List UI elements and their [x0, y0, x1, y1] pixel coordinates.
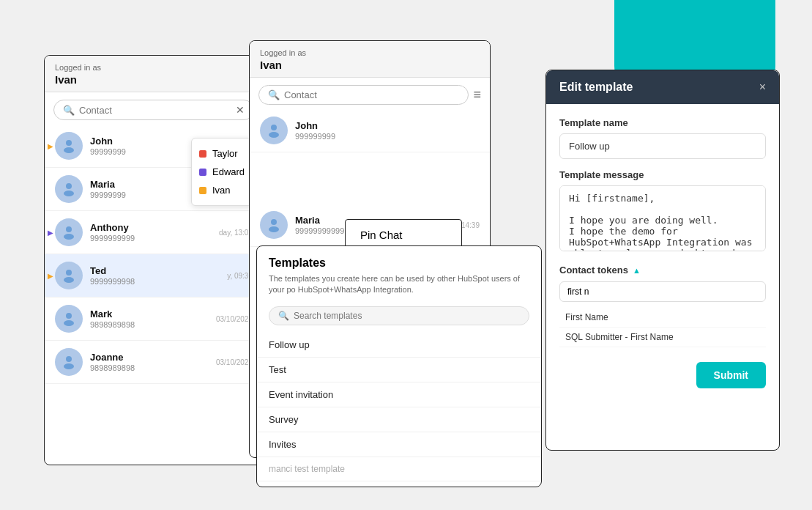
- avatar: [260, 117, 288, 144]
- token-option-first-name[interactable]: First Name: [559, 308, 766, 328]
- svg-point-10: [66, 356, 72, 362]
- avatar: [260, 211, 288, 239]
- pin-indicator: ▶: [48, 272, 53, 280]
- templates-search-bar[interactable]: 🔍: [269, 306, 529, 325]
- svg-point-1: [64, 147, 74, 153]
- close-icon[interactable]: ✕: [236, 104, 245, 116]
- contact-phone: 9999999998: [90, 277, 220, 286]
- pin-indicator: ▶: [48, 229, 53, 237]
- filter-icon[interactable]: ≡: [473, 87, 481, 103]
- avatar: [55, 348, 83, 376]
- svg-point-12: [271, 125, 277, 130]
- contact-tokens-title: Contact tokens ▲: [559, 265, 766, 276]
- avatar: [55, 262, 83, 289]
- template-name-input[interactable]: [559, 133, 766, 159]
- label-name-edward: Edward: [212, 166, 245, 177]
- contact-info: Anthony 9999999999: [90, 222, 212, 243]
- templates-header: Templates The templates you create here …: [257, 246, 541, 299]
- svg-point-15: [269, 226, 279, 232]
- avatar: [55, 305, 83, 333]
- contact-phone: 9898989898: [90, 320, 209, 329]
- contact-list-mid: John 999999999 Pin Chat Assign Label Mar…: [250, 109, 490, 247]
- close-button[interactable]: ×: [759, 81, 766, 94]
- contact-time: 03/10/2024: [216, 315, 253, 323]
- contact-name: Anthony: [90, 222, 212, 233]
- list-item[interactable]: John 999999999: [250, 109, 490, 152]
- pin-chat-popup: Pin Chat Assign Label: [345, 219, 462, 247]
- edit-template-title: Edit template: [559, 81, 633, 94]
- list-item[interactable]: Mark 9898989898 03/10/2024: [45, 298, 263, 341]
- templates-description: The templates you create here can be use…: [269, 273, 529, 296]
- list-item[interactable]: Test: [257, 358, 541, 382]
- submit-button[interactable]: Submit: [696, 362, 766, 388]
- list-item[interactable]: Invites: [257, 432, 541, 457]
- contact-phone: 9999999999: [90, 234, 212, 243]
- search-icon: 🔍: [63, 105, 75, 116]
- panel-contacts-left: Logged in as Ivan 🔍 ✕ ▶ John 99999999 Ta…: [44, 55, 264, 465]
- user-name-left: Ivan: [55, 73, 253, 86]
- avatar: [55, 218, 83, 246]
- search-bar-mid[interactable]: 🔍: [258, 85, 469, 105]
- list-item[interactable]: ▶ Anthony 9999999999 day, 13:08: [45, 211, 263, 254]
- search-input-left[interactable]: [79, 105, 231, 116]
- avatar: [55, 175, 83, 203]
- token-option-sql-first-name[interactable]: SQL Submitter - First Name: [559, 328, 766, 347]
- label-name-taylor: Taylor: [212, 148, 238, 159]
- edit-template-body: Template name Template message Hi [first…: [546, 104, 779, 402]
- svg-point-14: [271, 219, 277, 225]
- contact-phone: 999999999: [295, 132, 480, 141]
- panel-left-header: Logged in as Ivan: [45, 56, 263, 92]
- token-search-input[interactable]: [559, 281, 766, 302]
- template-name-label: Template name: [559, 117, 766, 128]
- search-icon-mid: 🔍: [268, 89, 280, 100]
- svg-point-11: [64, 363, 74, 369]
- list-item[interactable]: Survey: [257, 407, 541, 432]
- list-item[interactable]: ▶ Ted 9999999998 y, 09:30: [45, 254, 263, 298]
- panel-mid-header: Logged in as Ivan: [250, 41, 490, 78]
- pin-chat-option[interactable]: Pin Chat: [346, 220, 461, 247]
- contact-time: 03/10/2024: [216, 358, 253, 366]
- templates-search-input[interactable]: [294, 311, 520, 321]
- list-item[interactable]: Follow up: [257, 333, 541, 358]
- svg-point-7: [64, 277, 74, 283]
- contact-list-left: ▶ John 99999999 Taylor Edward: [45, 125, 263, 384]
- template-list: Follow up Test Event invitation Survey I…: [257, 333, 541, 481]
- pin-indicator: ▶: [48, 142, 53, 150]
- contact-name: John: [295, 120, 480, 131]
- list-item[interactable]: manci test template: [257, 457, 541, 481]
- edit-template-header: Edit template ×: [546, 70, 779, 104]
- contact-tokens-section: Contact tokens ▲ First Name SQL Submitte…: [559, 265, 766, 347]
- svg-point-6: [66, 270, 72, 276]
- template-message-textarea[interactable]: Hi [firstname], I hope you are doing wel…: [559, 185, 766, 251]
- search-icon-templates: 🔍: [278, 311, 289, 321]
- submit-row: Submit: [559, 356, 766, 388]
- label-dot-ivan: [199, 187, 206, 194]
- contact-time: day, 13:08: [219, 229, 253, 237]
- template-message-label: Template message: [559, 169, 766, 180]
- logged-as-label-mid: Logged in as: [260, 48, 480, 57]
- svg-point-2: [66, 183, 72, 189]
- label-name-ivan: Ivan: [212, 185, 231, 196]
- contact-phone: 9898989898: [90, 363, 209, 372]
- search-input-mid[interactable]: [284, 89, 459, 100]
- contact-name: Joanne: [90, 352, 209, 363]
- svg-point-0: [66, 140, 72, 146]
- svg-point-5: [64, 234, 74, 240]
- contact-info: Mark 9898989898: [90, 308, 209, 329]
- contact-tokens-label: Contact tokens: [559, 265, 628, 276]
- panel-templates: Templates The templates you create here …: [256, 245, 542, 487]
- search-bar-left[interactable]: 🔍 ✕: [53, 100, 254, 120]
- panel-edit-template: Edit template × Template name Template m…: [545, 70, 780, 451]
- contact-name: Mark: [90, 308, 209, 319]
- templates-title: Templates: [269, 256, 529, 270]
- logged-as-label: Logged in as: [55, 63, 253, 72]
- svg-point-3: [64, 191, 74, 196]
- list-item[interactable]: Joanne 9898989898 03/10/2024: [45, 341, 263, 384]
- list-item[interactable]: Event invitation: [257, 382, 541, 407]
- contact-name: Ted: [90, 265, 220, 276]
- contact-info: Joanne 9898989898: [90, 352, 209, 372]
- user-name-mid: Ivan: [260, 59, 480, 71]
- label-dot-edward: [199, 169, 206, 176]
- contact-info: John 999999999: [295, 120, 480, 141]
- svg-point-8: [66, 313, 72, 319]
